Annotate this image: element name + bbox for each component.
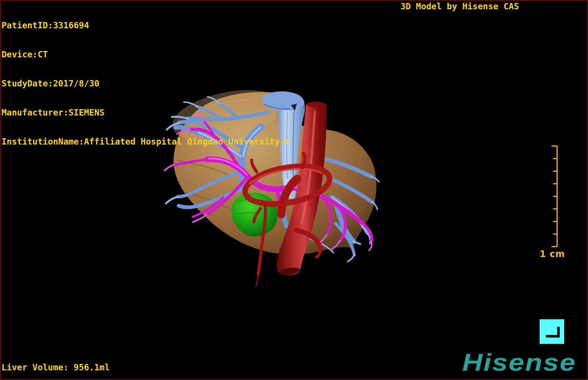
model-title: 3D Model by Hisense CAS bbox=[400, 1, 519, 11]
patient-id-line: PatientID:3316694 bbox=[1, 20, 290, 30]
scale-bar: 1 cm bbox=[536, 144, 566, 263]
scale-bar-ticks bbox=[536, 144, 566, 250]
scale-bar-label: 1 cm bbox=[536, 249, 566, 259]
device-line: Device:CT bbox=[1, 50, 290, 59]
patient-info: PatientID:3316694 Device:CT StudyDate:20… bbox=[1, 1, 290, 156]
corner-bracket-icon bbox=[546, 327, 560, 338]
study-date-line: StudyDate:2017/8/30 bbox=[1, 79, 290, 88]
manufacturer-line: Manufacturer:SIEMENS bbox=[1, 108, 290, 117]
institution-line: InstitutionName:Affiliated Hospital Qing… bbox=[1, 137, 290, 146]
orientation-marker-icon[interactable] bbox=[540, 319, 564, 344]
hisense-logo: Hisense bbox=[462, 349, 576, 376]
liver-volume-readout: Liver Volume: 956.1ml bbox=[1, 362, 110, 372]
